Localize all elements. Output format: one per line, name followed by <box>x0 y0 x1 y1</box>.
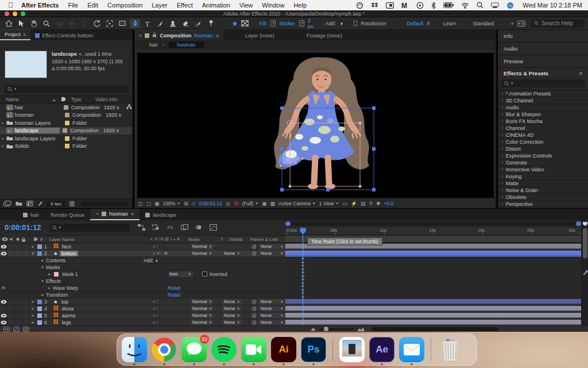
current-time-button[interactable]: 0:00:01:12 <box>199 201 222 206</box>
twirl-icon[interactable]: ▾ <box>40 279 45 283</box>
track-row-effects[interactable] <box>285 278 581 285</box>
pixel-aspect-icon[interactable]: ▭ <box>342 201 347 206</box>
eye-toggle[interactable] <box>0 250 7 256</box>
twirl-icon[interactable]: ▾ <box>40 265 45 270</box>
timeline-button-icon[interactable]: ▤ <box>361 201 366 206</box>
layer-row-top[interactable]: ▸ 3 ★ top ◐ ∕ Normal ▼ None ▼ @ None ▼ <box>0 298 285 305</box>
stroke-swatch[interactable]: ? <box>299 20 304 26</box>
solo-toggle[interactable] <box>15 243 22 250</box>
layer-name[interactable]: face <box>60 244 73 250</box>
menu-file[interactable]: File <box>68 2 78 9</box>
timeline-horizontal-scrollbar[interactable] <box>372 327 498 331</box>
dock-icon-trash[interactable] <box>438 337 463 362</box>
parent-dropdown[interactable]: None ▼ <box>259 244 285 250</box>
tool-rotation[interactable] <box>92 19 102 28</box>
layer-row-dress[interactable]: ▸ 4 dress ◐ ∕ Normal ▼ None ▼ @ None ▼ <box>0 305 285 312</box>
twirl-icon[interactable]: ▸ <box>0 136 6 141</box>
stroke-width[interactable]: 2 px <box>308 18 314 29</box>
menu-help[interactable]: Help <box>293 2 307 9</box>
graph-editor-icon[interactable] <box>210 224 217 232</box>
zoom-slider-knob[interactable] <box>324 327 328 331</box>
tool-clone-stamp[interactable] <box>168 19 178 28</box>
panel-menu-icon[interactable]: ≡ <box>23 32 26 37</box>
blend-mode-dropdown[interactable]: Normal ▼ <box>191 299 214 305</box>
layer-duration-bar[interactable] <box>285 299 581 305</box>
tool-hand[interactable] <box>29 19 39 28</box>
apple-menu-icon[interactable]:  <box>8 1 13 9</box>
workspace-learn-tab[interactable]: Learn <box>443 21 457 26</box>
zoom-out-mountain-icon[interactable] <box>311 327 316 331</box>
lock-toggle[interactable] <box>22 305 30 312</box>
property-row-masks[interactable]: ▾ Masks <box>0 264 285 271</box>
effect-category[interactable]: ›Audio <box>498 104 588 111</box>
property-name[interactable]: Transform <box>46 292 68 298</box>
mask-mode-dropdown[interactable]: Add ▼ <box>168 271 193 277</box>
item-name[interactable]: landscape Layers <box>14 136 62 141</box>
bit-depth-button[interactable]: 8 bpc <box>47 201 65 207</box>
project-row-solids[interactable]: ▸ Solids Folder <box>0 143 132 151</box>
label-swatch[interactable] <box>35 251 44 256</box>
new-composition-icon[interactable] <box>26 201 33 208</box>
dock-icon-photoshop[interactable]: Ps <box>301 337 326 362</box>
eye-toggle[interactable] <box>0 319 7 325</box>
lock-toggle[interactable] <box>22 319 30 325</box>
effect-category[interactable]: ›Color Correction <box>498 139 588 145</box>
project-row-landscape-layers[interactable]: ▸ landscape Layers Folder <box>0 135 132 143</box>
audio-toggle[interactable] <box>7 298 15 305</box>
item-name[interactable]: hooman <box>14 112 62 118</box>
effect-category[interactable]: ›CINEMA 4D <box>498 132 588 139</box>
label-swatch[interactable] <box>60 128 70 133</box>
track-row-mask-1[interactable] <box>285 271 581 278</box>
property-name[interactable]: Contents <box>46 258 65 263</box>
menu-animation[interactable]: Animation <box>202 2 230 9</box>
property-row-wave-warp[interactable]: fx ▸ Wave Warp Reset <box>0 285 285 292</box>
transparency-grid-icon[interactable] <box>241 19 249 28</box>
reset-link[interactable]: Reset <box>168 285 180 291</box>
layer-duration-bar[interactable] <box>285 320 581 325</box>
eye-toggle[interactable] <box>0 243 7 250</box>
item-name[interactable]: landscape <box>14 128 60 133</box>
parent-pickwhip-icon[interactable]: @ <box>252 251 257 256</box>
timeline-navigator[interactable] <box>285 221 581 226</box>
effect-category[interactable]: ›Boris FX Mocha <box>498 118 588 125</box>
effect-category[interactable]: ›Keying <box>498 173 588 180</box>
timeline-columns-header[interactable]: # Layer Name ◐ ☀ ∕ fx ▥ ◑ ◒ ⊕ Mode TTrkM… <box>0 235 285 243</box>
item-name[interactable]: hair <box>14 105 61 110</box>
current-timecode[interactable]: 0:00:01:12 <box>5 224 41 231</box>
project-row-hair[interactable]: hair Composition 1920 x <box>0 103 132 112</box>
dropbox-icon[interactable] <box>371 2 378 9</box>
trkmat-dropdown[interactable]: None ▼ <box>222 251 242 256</box>
timeline-tab-landscape[interactable]: landscape <box>140 210 182 220</box>
project-row-hooman[interactable]: hooman Composition 1920 x <box>0 112 132 120</box>
label-swatch[interactable] <box>62 113 72 117</box>
layer-name[interactable]: aarms <box>60 313 78 319</box>
parent-pickwhip-icon[interactable]: @ <box>252 306 257 312</box>
track-row-wave-warp[interactable] <box>285 285 581 292</box>
menu-effect[interactable]: Effect <box>177 2 193 9</box>
fill-swatch[interactable]: ? <box>270 20 276 26</box>
region-of-interest-icon[interactable]: ▣ <box>262 201 267 206</box>
lock-toggle[interactable] <box>22 250 30 256</box>
timeline-zoom-slider[interactable] <box>319 328 354 330</box>
new-folder-icon[interactable] <box>16 201 22 207</box>
tool-pen[interactable] <box>130 19 140 28</box>
solo-toggle[interactable] <box>15 305 22 312</box>
trkmat-dropdown[interactable]: None ▼ <box>222 320 242 325</box>
panel-menu-icon[interactable]: ≡ <box>216 33 219 39</box>
tab-composition[interactable]: × Composition hooman ≡ <box>134 30 223 40</box>
solo-toggle[interactable] <box>15 298 22 305</box>
reset-link[interactable]: Reset <box>168 292 180 298</box>
layer-name[interactable]: top <box>60 299 70 305</box>
layer-row-bottom[interactable]: ▾ 2 ★ bottom ◐ ☀ ∕ fx Normal ▼ None ▼ @ … <box>0 250 285 257</box>
bluetooth-icon[interactable] <box>431 2 436 9</box>
parent-dropdown[interactable]: None ▼ <box>259 299 285 305</box>
timeline-vertical-scrollbar[interactable] <box>581 220 588 325</box>
project-row-hooman-layers[interactable]: ▸ hooman Layers Folder <box>0 119 132 127</box>
layer-duration-bar[interactable] <box>285 251 581 256</box>
lock-toggle[interactable] <box>22 312 30 319</box>
parent-pickwhip-icon[interactable]: @ <box>252 244 257 250</box>
panel-tab-preview[interactable]: Preview <box>498 55 588 67</box>
property-name[interactable]: Wave Warp <box>53 285 78 291</box>
tool-rectangle[interactable] <box>117 19 127 28</box>
project-settings-icon[interactable] <box>37 201 43 208</box>
